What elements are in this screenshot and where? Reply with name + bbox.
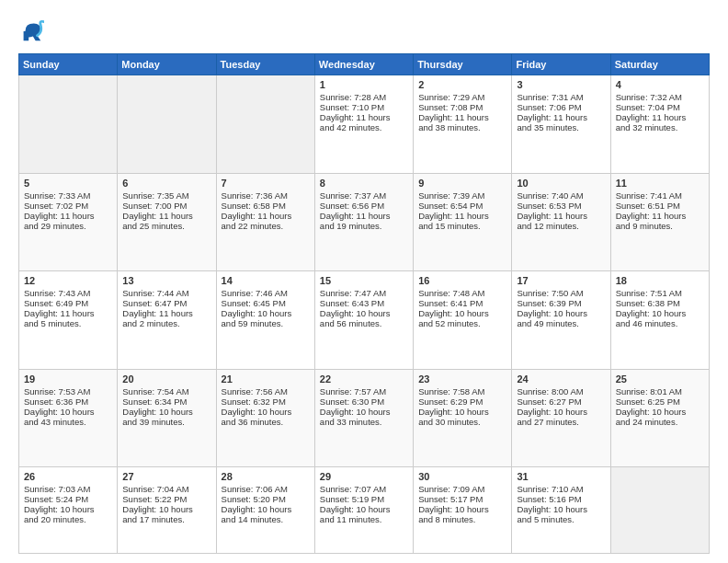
calendar-cell: 18Sunrise: 7:51 AMSunset: 6:38 PMDayligh… [610, 271, 709, 370]
page: SundayMondayTuesdayWednesdayThursdayFrid… [0, 0, 728, 563]
day-info: Daylight: 10 hours [24, 407, 112, 417]
day-info: Sunrise: 7:54 AM [122, 386, 210, 396]
calendar-cell: 10Sunrise: 7:40 AMSunset: 6:53 PMDayligh… [512, 173, 610, 271]
day-info: Sunrise: 7:48 AM [418, 288, 506, 298]
calendar-cell [19, 75, 118, 174]
day-number: 22 [320, 373, 408, 385]
calendar-cell: 15Sunrise: 7:47 AMSunset: 6:43 PMDayligh… [314, 271, 413, 370]
day-info: Daylight: 11 hours [222, 211, 310, 221]
day-info: Daylight: 10 hours [616, 407, 704, 417]
day-info: and 24 minutes. [616, 417, 704, 427]
day-info: Sunset: 7:02 PM [24, 201, 112, 211]
day-info: Sunset: 5:17 PM [418, 494, 506, 504]
logo-icon [18, 18, 44, 44]
day-info: Sunrise: 7:36 AM [222, 190, 310, 201]
day-info: Daylight: 10 hours [122, 504, 210, 514]
day-info: Daylight: 10 hours [517, 308, 605, 318]
day-number: 6 [122, 178, 210, 189]
day-info: Sunrise: 7:04 AM [122, 484, 210, 494]
calendar-cell: 23Sunrise: 7:58 AMSunset: 6:29 PMDayligh… [414, 369, 512, 467]
day-info: Sunrise: 7:33 AM [24, 190, 112, 201]
day-number: 15 [320, 275, 408, 286]
day-info: and 25 minutes. [122, 221, 210, 231]
day-info: Sunrise: 7:41 AM [616, 190, 704, 201]
calendar-cell: 17Sunrise: 7:50 AMSunset: 6:39 PMDayligh… [512, 271, 610, 370]
day-info: Sunset: 6:51 PM [616, 201, 704, 211]
day-info: and 14 minutes. [222, 514, 310, 524]
day-info: Daylight: 11 hours [122, 308, 210, 318]
day-info: Sunrise: 7:50 AM [517, 288, 605, 298]
day-info: Sunrise: 8:00 AM [517, 386, 605, 396]
day-info: Daylight: 10 hours [320, 504, 408, 514]
calendar-cell: 8Sunrise: 7:37 AMSunset: 6:56 PMDaylight… [314, 173, 413, 271]
day-info: Daylight: 10 hours [222, 504, 310, 514]
calendar-cell: 19Sunrise: 7:53 AMSunset: 6:36 PMDayligh… [19, 369, 118, 467]
day-info: Sunset: 6:30 PM [320, 396, 408, 407]
day-info: Daylight: 10 hours [222, 407, 310, 417]
calendar-cell: 26Sunrise: 7:03 AMSunset: 5:24 PMDayligh… [19, 467, 118, 554]
day-info: and 36 minutes. [222, 417, 310, 427]
day-info: Daylight: 10 hours [517, 407, 605, 417]
day-info: Sunset: 6:25 PM [616, 396, 704, 407]
day-info: Sunrise: 7:57 AM [320, 386, 408, 396]
day-info: Sunrise: 7:06 AM [222, 484, 310, 494]
day-info: Daylight: 11 hours [616, 112, 704, 122]
calendar-cell: 31Sunrise: 7:10 AMSunset: 5:16 PMDayligh… [512, 467, 610, 554]
day-info: Daylight: 10 hours [616, 308, 704, 318]
calendar-cell: 4Sunrise: 7:32 AMSunset: 7:04 PMDaylight… [610, 75, 709, 174]
day-number: 24 [517, 373, 605, 385]
day-info: Sunset: 6:56 PM [320, 201, 408, 211]
calendar-cell: 20Sunrise: 7:54 AMSunset: 6:34 PMDayligh… [118, 369, 216, 467]
calendar-cell: 27Sunrise: 7:04 AMSunset: 5:22 PMDayligh… [118, 467, 216, 554]
day-info: Daylight: 11 hours [616, 211, 704, 221]
day-number: 31 [517, 471, 605, 482]
day-info: Sunset: 6:41 PM [418, 298, 506, 308]
day-info: Sunrise: 7:51 AM [616, 288, 704, 298]
day-number: 5 [24, 178, 112, 189]
day-info: Sunset: 6:49 PM [24, 298, 112, 308]
day-info: and 15 minutes. [418, 221, 506, 231]
day-info: Sunrise: 7:32 AM [616, 92, 704, 102]
day-info: Sunset: 7:06 PM [517, 102, 605, 112]
day-info: Sunrise: 7:03 AM [24, 484, 112, 494]
day-info: Sunset: 6:29 PM [418, 396, 506, 407]
day-info: Sunrise: 7:35 AM [122, 190, 210, 201]
calendar-cell: 24Sunrise: 8:00 AMSunset: 6:27 PMDayligh… [512, 369, 610, 467]
day-info: Sunset: 6:53 PM [517, 201, 605, 211]
day-info: Sunrise: 7:10 AM [517, 484, 605, 494]
day-info: Sunrise: 7:28 AM [320, 92, 408, 102]
day-info: Sunset: 5:16 PM [517, 494, 605, 504]
day-info: Daylight: 10 hours [320, 308, 408, 318]
day-info: and 19 minutes. [320, 221, 408, 231]
day-number: 19 [24, 373, 112, 385]
day-info: and 12 minutes. [517, 221, 605, 231]
day-info: and 38 minutes. [418, 122, 506, 132]
day-info: Sunset: 6:34 PM [122, 396, 210, 407]
day-info: Sunset: 6:39 PM [517, 298, 605, 308]
day-number: 18 [616, 275, 704, 286]
day-number: 26 [24, 471, 112, 482]
calendar-cell: 12Sunrise: 7:43 AMSunset: 6:49 PMDayligh… [19, 271, 118, 370]
day-info: and 30 minutes. [418, 417, 506, 427]
day-number: 1 [320, 79, 408, 90]
day-info: Sunset: 6:45 PM [222, 298, 310, 308]
calendar-cell: 9Sunrise: 7:39 AMSunset: 6:54 PMDaylight… [414, 173, 512, 271]
day-number: 27 [122, 471, 210, 482]
day-info: Sunset: 6:58 PM [222, 201, 310, 211]
day-info: Daylight: 11 hours [517, 112, 605, 122]
day-info: Sunset: 6:27 PM [517, 396, 605, 407]
day-info: Daylight: 10 hours [122, 407, 210, 417]
day-number: 10 [517, 178, 605, 189]
day-number: 25 [616, 373, 704, 385]
calendar-cell: 6Sunrise: 7:35 AMSunset: 7:00 PMDaylight… [118, 173, 216, 271]
day-number: 21 [222, 373, 310, 385]
day-info: Daylight: 10 hours [418, 407, 506, 417]
day-info: Sunrise: 7:39 AM [418, 190, 506, 201]
day-info: Daylight: 10 hours [517, 504, 605, 514]
day-info: and 17 minutes. [122, 514, 210, 524]
calendar-cell: 30Sunrise: 7:09 AMSunset: 5:17 PMDayligh… [414, 467, 512, 554]
day-info: and 35 minutes. [517, 122, 605, 132]
day-info: and 8 minutes. [418, 514, 506, 524]
day-info: Sunrise: 7:31 AM [517, 92, 605, 102]
day-info: and 5 minutes. [517, 514, 605, 524]
